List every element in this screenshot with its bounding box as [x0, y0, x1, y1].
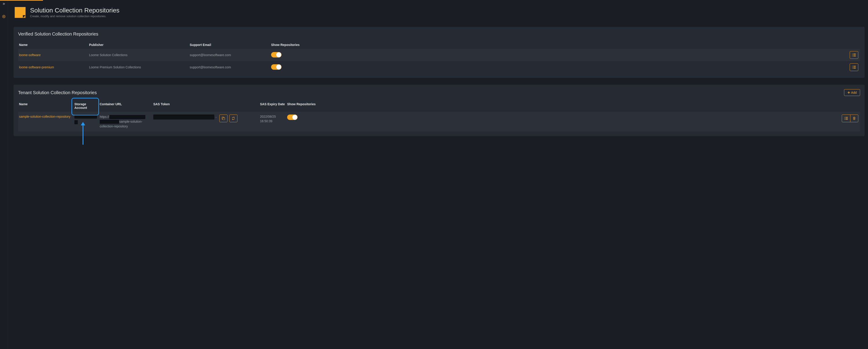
- list-button[interactable]: [850, 51, 858, 59]
- tenant-storage-value: [73, 115, 99, 125]
- left-sidebar: [0, 0, 8, 349]
- verified-header-publisher: Publisher: [88, 43, 189, 47]
- verified-email: support@loomesoftware.com: [189, 53, 270, 57]
- verified-row: loome-software-premium Loome Premium Sol…: [18, 61, 860, 73]
- tenant-repo-name-link[interactable]: sample-solution-collection-repository: [18, 115, 73, 119]
- verified-panel-title: Verified Solution Collection Repositorie…: [18, 31, 98, 37]
- copy-sas-button[interactable]: [219, 115, 227, 122]
- list-button[interactable]: [850, 63, 858, 71]
- list-icon: [852, 66, 856, 68]
- trash-icon: [853, 117, 856, 120]
- tenant-expiry: 2022/08/25 16:50:39: [259, 115, 286, 123]
- add-button-label: Add: [851, 91, 857, 94]
- delete-button[interactable]: [850, 115, 858, 122]
- tenant-repos-panel: Tenant Solution Collection Repositories …: [13, 85, 865, 136]
- tenant-header-show: Show Repositories: [286, 102, 319, 110]
- plus-icon: [847, 91, 850, 94]
- list-button[interactable]: [842, 115, 850, 122]
- sas-token-value: [153, 115, 214, 119]
- tenant-header-expiry: SAS Expiry Date: [259, 102, 286, 110]
- verified-email: support@loomesoftware.com: [189, 65, 270, 69]
- tenant-header-url: Container URL: [99, 102, 152, 110]
- refresh-icon: [232, 117, 235, 120]
- page-subtitle: Create, modify and remove solution colle…: [30, 14, 119, 18]
- show-repositories-toggle[interactable]: [287, 115, 298, 120]
- sidebar-add-icon[interactable]: [0, 13, 7, 20]
- tenant-header-storage: Storage Account: [73, 102, 99, 110]
- verified-row: loome-software Loome Solution Collection…: [18, 49, 860, 61]
- verified-repo-name-link[interactable]: loome-software: [18, 53, 88, 57]
- verified-publisher: Loome Premium Solution Collections: [88, 65, 189, 69]
- add-repository-button[interactable]: Add: [844, 89, 860, 96]
- page-title: Solution Collection Repositories: [30, 7, 119, 14]
- show-repositories-toggle[interactable]: [271, 64, 281, 70]
- list-icon: [852, 54, 856, 56]
- page-header: Solution Collection Repositories Create,…: [15, 7, 865, 18]
- tenant-row: sample-solution-collection-repository ht…: [18, 112, 860, 132]
- copy-icon: [222, 117, 225, 120]
- tenant-container-url: https:// sample-solution-collection-repo…: [99, 115, 152, 129]
- page-note-icon: [15, 7, 26, 18]
- sidebar-expand-icon[interactable]: [2, 2, 6, 6]
- svg-rect-2: [223, 118, 225, 120]
- verified-header-name: Name: [18, 43, 88, 47]
- refresh-sas-button[interactable]: [229, 115, 238, 122]
- verified-repos-panel: Verified Solution Collection Repositorie…: [13, 27, 865, 78]
- tenant-panel-title: Tenant Solution Collection Repositories: [18, 90, 97, 95]
- verified-publisher: Loome Solution Collections: [88, 53, 189, 57]
- verified-header-show: Show Repositories: [270, 43, 329, 47]
- list-icon: [844, 117, 848, 120]
- show-repositories-toggle[interactable]: [271, 52, 281, 57]
- verified-repo-name-link[interactable]: loome-software-premium: [18, 65, 88, 69]
- tenant-header-name: Name: [18, 102, 73, 110]
- verified-header-email: Support Email: [189, 43, 270, 47]
- tenant-header-sas: SAS Token: [152, 102, 259, 110]
